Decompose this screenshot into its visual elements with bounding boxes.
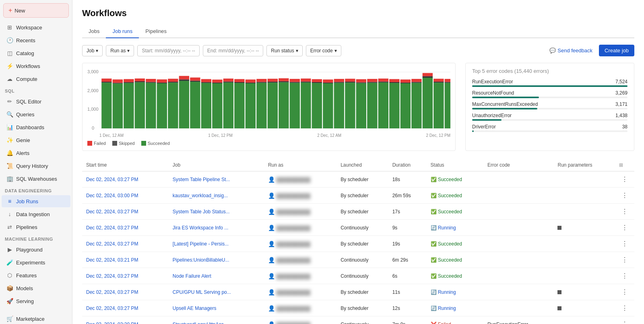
job-link[interactable]: kaustav_workload_insig... — [173, 193, 228, 198]
stop-icon[interactable] — [557, 290, 561, 294]
cell-more: ⋮ — [615, 252, 634, 268]
workflows-icon: ⚡ — [6, 63, 13, 69]
sidebar-item-workspace[interactable]: ⊞ Workspace — [2, 21, 70, 33]
sidebar-item-job-runs[interactable]: ≡ Job Runs — [2, 195, 70, 207]
svg-rect-16 — [124, 79, 134, 83]
col-grid[interactable]: ⊞ — [615, 159, 634, 171]
start-time-link[interactable]: Dec 02, 2024, 03:27 PM — [86, 225, 138, 231]
sidebar-item-sql-editor[interactable]: ✏ SQL Editor — [2, 95, 70, 107]
svg-rect-99 — [433, 82, 444, 83]
svg-rect-103 — [445, 79, 450, 82]
stop-icon[interactable] — [557, 306, 561, 310]
page-title: Workflows — [82, 8, 634, 19]
more-button[interactable]: ⋮ — [619, 320, 630, 324]
new-button[interactable]: + New — [3, 3, 69, 18]
table-row: Dec 02, 2024, 03:27 PM System Table Job … — [82, 204, 634, 220]
job-link[interactable]: CPU/GPU ML Serving po... — [173, 289, 231, 295]
job-link[interactable]: Upsell AE Managers — [173, 305, 217, 311]
cell-launched: By scheduler — [336, 188, 388, 204]
user-icon: 👤 — [268, 241, 275, 247]
start-time-link[interactable]: Dec 02, 2024, 03:27 PM — [86, 177, 138, 182]
end-date-input[interactable]: End: mm/dd/yyyy, --:-- -- — [203, 45, 263, 56]
sidebar-item-genie[interactable]: ✨ Genie — [2, 134, 70, 146]
start-time-link[interactable]: Dec 02, 2024, 03:00 PM — [86, 193, 138, 198]
more-button[interactable]: ⋮ — [619, 191, 630, 200]
status-badge: ✅ Succeeded — [431, 241, 462, 247]
more-button[interactable]: ⋮ — [619, 287, 630, 297]
sql-warehouses-icon: 🏢 — [6, 175, 13, 182]
more-button[interactable]: ⋮ — [619, 303, 630, 313]
job-link[interactable]: System Table Pipeline St... — [173, 177, 230, 182]
svg-rect-29 — [179, 81, 189, 128]
more-button[interactable]: ⋮ — [619, 239, 630, 248]
sidebar-item-queries[interactable]: 🔍 Queries — [2, 108, 70, 120]
job-link[interactable]: StructuredLogs:HttpAcc... — [173, 322, 228, 324]
job-link[interactable]: System Table Job Status... — [173, 209, 230, 215]
sidebar-item-experiments[interactable]: 🧪 Experiments — [2, 256, 70, 268]
run-as-filter[interactable]: Run as ▾ — [106, 45, 134, 56]
sidebar-item-features[interactable]: ⬡ Features — [2, 269, 70, 281]
tabs: Jobs Job runs Pipelines — [82, 25, 634, 38]
stop-icon[interactable] — [557, 226, 561, 230]
more-button[interactable]: ⋮ — [619, 223, 630, 232]
svg-rect-61 — [290, 79, 300, 82]
x-label-0: 1 Dec, 12 AM — [99, 133, 124, 138]
svg-rect-40 — [212, 80, 222, 83]
tab-job-runs[interactable]: Job runs — [106, 25, 139, 38]
start-date-input[interactable]: Start: mm/dd/yyyy, --:-- -- — [137, 45, 199, 56]
sidebar-item-recents[interactable]: 🕐 Recents — [2, 34, 70, 46]
sidebar-item-pipelines[interactable]: ⇄ Pipelines — [2, 221, 70, 233]
svg-rect-11 — [113, 83, 123, 128]
start-time-link[interactable]: Dec 02, 2024, 03:27 PM — [86, 241, 138, 247]
tab-jobs[interactable]: Jobs — [82, 25, 106, 38]
create-job-button[interactable]: Create job — [599, 45, 634, 56]
run-status-filter[interactable]: Run status ▾ — [266, 45, 302, 56]
sidebar-item-compute[interactable]: ☁ Compute — [2, 73, 70, 85]
queries-label: Queries — [16, 111, 35, 118]
sidebar-item-data-ingestion[interactable]: ↓ Data Ingestion — [2, 208, 70, 220]
cell-error-code — [483, 300, 554, 316]
run-as-chevron: ▾ — [127, 48, 130, 54]
start-time-link[interactable]: Dec 02, 2024, 03:21 PM — [86, 257, 138, 263]
more-button[interactable]: ⋮ — [619, 175, 630, 184]
sidebar-item-alerts[interactable]: 🔔 Alerts — [2, 147, 70, 159]
cell-run-as: 👤 ██████████ — [264, 284, 336, 300]
sidebar-item-models[interactable]: 📦 Models — [2, 282, 70, 294]
sidebar-item-dashboards[interactable]: 📊 Dashboards — [2, 121, 70, 133]
svg-rect-25 — [157, 79, 167, 83]
job-link[interactable]: [Latest] Pipeline - Persis... — [173, 241, 229, 247]
sidebar-item-query-history[interactable]: 📜 Query History — [2, 160, 70, 172]
more-button[interactable]: ⋮ — [619, 255, 630, 264]
sidebar-item-playground[interactable]: ▶ Playground — [2, 244, 70, 256]
job-link[interactable]: Node Failure Alert — [173, 273, 211, 279]
more-button[interactable]: ⋮ — [619, 271, 630, 281]
error-code-filter[interactable]: Error code ▾ — [306, 45, 341, 56]
query-history-label: Query History — [16, 163, 48, 169]
status-badge: ✅ Succeeded — [431, 193, 462, 198]
start-time-link[interactable]: Dec 02, 2024, 03:27 PM — [86, 209, 138, 215]
job-link[interactable]: Jira ES Workspace Info ... — [173, 225, 229, 231]
job-filter[interactable]: Job ▾ — [82, 45, 103, 56]
send-feedback-button[interactable]: 💬 Send feedback — [546, 45, 596, 56]
start-time-link[interactable]: Dec 02, 2024, 03:27 PM — [86, 273, 138, 279]
sidebar-item-serving[interactable]: 🚀 Serving — [2, 295, 70, 307]
more-button[interactable]: ⋮ — [619, 207, 630, 216]
start-time-link[interactable]: Dec 02, 2024, 03:27 PM — [86, 289, 138, 295]
cell-start-time: Dec 02, 2024, 03:27 PM — [82, 284, 169, 300]
cell-duration: 7m 9s — [388, 316, 427, 324]
start-time-link[interactable]: Dec 02, 2024, 03:20 PM — [86, 322, 138, 324]
sidebar-item-catalog[interactable]: ◫ Catalog — [2, 47, 70, 59]
dashboards-icon: 📊 — [6, 124, 13, 130]
cell-job: System Table Job Status... — [169, 204, 264, 220]
table-row: Dec 02, 2024, 03:20 PM StructuredLogs:Ht… — [82, 316, 634, 324]
sidebar-item-workflows[interactable]: ⚡ Workflows — [2, 60, 70, 72]
send-feedback-label: Send feedback — [557, 47, 592, 54]
sidebar-item-sql-warehouses[interactable]: 🏢 SQL Warehouses — [2, 173, 70, 185]
tab-pipelines[interactable]: Pipelines — [139, 25, 173, 38]
start-time-link[interactable]: Dec 02, 2024, 03:27 PM — [86, 305, 138, 311]
cell-start-time: Dec 02, 2024, 03:27 PM — [82, 204, 169, 220]
svg-rect-23 — [157, 83, 167, 128]
sidebar-item-marketplace[interactable]: 🛒 Marketplace — [2, 313, 70, 324]
job-link[interactable]: Pipelines:UnionBillableU... — [173, 257, 229, 263]
cell-run-params — [553, 204, 615, 220]
